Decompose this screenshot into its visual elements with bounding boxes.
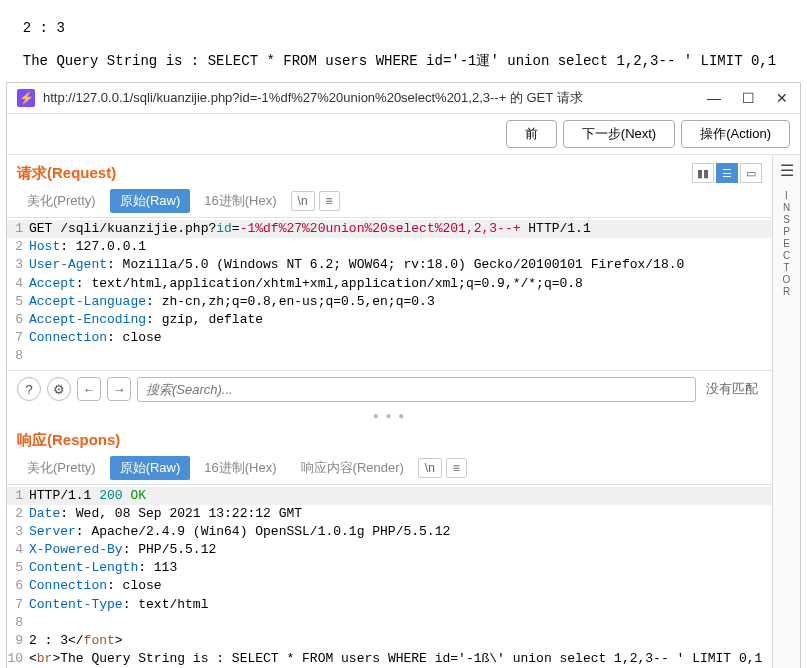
line-text: Content-Length: 113 [29, 559, 772, 577]
line-text: GET /sqli/kuanzijie.php?id=-1%df%27%20un… [29, 220, 772, 238]
request-title: 请求(Request) [17, 164, 692, 183]
line-text [29, 347, 772, 365]
request-tabs: 美化(Pretty) 原始(Raw) 16进制(Hex) \n ≡ [7, 187, 772, 218]
code-line: 8 [7, 614, 772, 632]
code-line: 2Host: 127.0.0.1 [7, 238, 772, 256]
window-title: http://127.0.0.1/sqli/kuanzijie.php?id=-… [43, 89, 696, 107]
prev-button[interactable]: 前 [506, 120, 557, 148]
code-line: 7Content-Type: text/html [7, 596, 772, 614]
code-line: 6Accept-Encoding: gzip, deflate [7, 311, 772, 329]
line-text: 2 : 3</font> [29, 632, 772, 650]
request-searchbar: ? ⚙ ← → 没有匹配 [7, 370, 772, 408]
line-number: 3 [7, 256, 29, 274]
pane-divider[interactable]: ● ● ● [7, 408, 772, 423]
layout-columns-icon[interactable]: ▮▮ [692, 163, 714, 183]
help-icon[interactable]: ? [17, 377, 41, 401]
line-number: 4 [7, 541, 29, 559]
line-text: <br>The Query String is : SELECT * FROM … [29, 650, 772, 668]
line-text: Accept: text/html,application/xhtml+xml,… [29, 275, 772, 293]
tab-hex-resp[interactable]: 16进制(Hex) [194, 456, 286, 480]
line-number: 9 [7, 632, 29, 650]
bolt-icon: ⚡ [17, 89, 35, 107]
code-line: 3User-Agent: Mozilla/5.0 (Windows NT 6.2… [7, 256, 772, 274]
window-controls: — ☐ ✕ [706, 90, 790, 106]
line-text: Host: 127.0.0.1 [29, 238, 772, 256]
line-text [29, 614, 772, 632]
line-number: 7 [7, 596, 29, 614]
next-button[interactable]: 下一步(Next) [563, 120, 675, 148]
tab-raw[interactable]: 原始(Raw) [110, 189, 191, 213]
request-code[interactable]: 1GET /sqli/kuanzijie.php?id=-1%df%27%20u… [7, 218, 772, 370]
response-tabs: 美化(Pretty) 原始(Raw) 16进制(Hex) 响应内容(Render… [7, 454, 772, 485]
tab-render-resp[interactable]: 响应内容(Render) [291, 456, 414, 480]
arrow-right-icon[interactable]: → [107, 377, 131, 401]
newline-toggle[interactable]: \n [291, 191, 315, 211]
response-menu-icon[interactable]: ≡ [446, 458, 467, 478]
line-text: Date: Wed, 08 Sep 2021 13:22:12 GMT [29, 505, 772, 523]
code-line: 4Accept: text/html,application/xhtml+xml… [7, 275, 772, 293]
line-number: 6 [7, 311, 29, 329]
line-number: 3 [7, 523, 29, 541]
code-line: 5Accept-Language: zh-cn,zh;q=0.8,en-us;q… [7, 293, 772, 311]
request-header: 请求(Request) ▮▮ ☰ ▭ [7, 155, 772, 187]
code-line: 92 : 3</font> [7, 632, 772, 650]
response-code[interactable]: 1HTTP/1.1 200 OK2Date: Wed, 08 Sep 2021 … [7, 485, 772, 669]
layout-rows-icon[interactable]: ☰ [716, 163, 738, 183]
tab-pretty[interactable]: 美化(Pretty) [17, 189, 106, 213]
code-line: 6Connection: close [7, 577, 772, 595]
burger-icon[interactable]: ☰ [780, 161, 794, 180]
line-text: Accept-Encoding: gzip, deflate [29, 311, 772, 329]
code-line: 10<br>The Query String is : SELECT * FRO… [7, 650, 772, 668]
tab-hex[interactable]: 16进制(Hex) [194, 189, 286, 213]
line-text: Server: Apache/2.4.9 (Win64) OpenSSL/1.0… [29, 523, 772, 541]
request-menu-icon[interactable]: ≡ [319, 191, 340, 211]
toolbar: 前 下一步(Next) 操作(Action) [7, 114, 800, 155]
code-line: 2Date: Wed, 08 Sep 2021 13:22:12 GMT [7, 505, 772, 523]
line-number: 8 [7, 347, 29, 365]
line-number: 10 [7, 650, 29, 668]
tab-pretty-resp[interactable]: 美化(Pretty) [17, 456, 106, 480]
search-input[interactable] [137, 377, 696, 402]
no-match-label: 没有匹配 [702, 380, 762, 398]
minimize-button[interactable]: — [706, 90, 722, 106]
arrow-left-icon[interactable]: ← [77, 377, 101, 401]
layout-single-icon[interactable]: ▭ [740, 163, 762, 183]
bg-line2: The Query String is : SELECT * FROM user… [23, 53, 776, 69]
code-line: 3Server: Apache/2.4.9 (Win64) OpenSSL/1.… [7, 523, 772, 541]
line-number: 6 [7, 577, 29, 595]
inspector-window: ⚡ http://127.0.0.1/sqli/kuanzijie.php?id… [6, 82, 801, 668]
action-button[interactable]: 操作(Action) [681, 120, 790, 148]
code-line: 1HTTP/1.1 200 OK [7, 487, 772, 505]
code-line: 1GET /sqli/kuanzijie.php?id=-1%df%27%20u… [7, 220, 772, 238]
line-text: Accept-Language: zh-cn,zh;q=0.8,en-us;q=… [29, 293, 772, 311]
background-output: 2 : 3 The Query String is : SELECT * FRO… [0, 0, 807, 74]
line-number: 5 [7, 293, 29, 311]
line-text: HTTP/1.1 200 OK [29, 487, 772, 505]
close-button[interactable]: ✕ [774, 90, 790, 106]
line-number: 7 [7, 329, 29, 347]
bg-line1: 2 : 3 [23, 20, 65, 36]
maximize-button[interactable]: ☐ [740, 90, 756, 106]
newline-toggle-resp[interactable]: \n [418, 458, 442, 478]
line-number: 5 [7, 559, 29, 577]
line-number: 4 [7, 275, 29, 293]
line-text: X-Powered-By: PHP/5.5.12 [29, 541, 772, 559]
line-number: 8 [7, 614, 29, 632]
side-panel: ☰ INSPECTOR [772, 155, 800, 668]
layout-icons: ▮▮ ☰ ▭ [692, 163, 762, 183]
response-header: 响应(Respons) [7, 423, 772, 454]
line-number: 2 [7, 238, 29, 256]
line-number: 1 [7, 487, 29, 505]
line-text: Content-Type: text/html [29, 596, 772, 614]
line-text: Connection: close [29, 577, 772, 595]
code-line: 5Content-Length: 113 [7, 559, 772, 577]
tab-raw-resp[interactable]: 原始(Raw) [110, 456, 191, 480]
gear-icon[interactable]: ⚙ [47, 377, 71, 401]
code-line: 4X-Powered-By: PHP/5.5.12 [7, 541, 772, 559]
inspector-label[interactable]: INSPECTOR [781, 190, 792, 298]
code-line: 8 [7, 347, 772, 365]
titlebar: ⚡ http://127.0.0.1/sqli/kuanzijie.php?id… [7, 83, 800, 114]
line-text: User-Agent: Mozilla/5.0 (Windows NT 6.2;… [29, 256, 772, 274]
code-line: 7Connection: close [7, 329, 772, 347]
line-number: 1 [7, 220, 29, 238]
